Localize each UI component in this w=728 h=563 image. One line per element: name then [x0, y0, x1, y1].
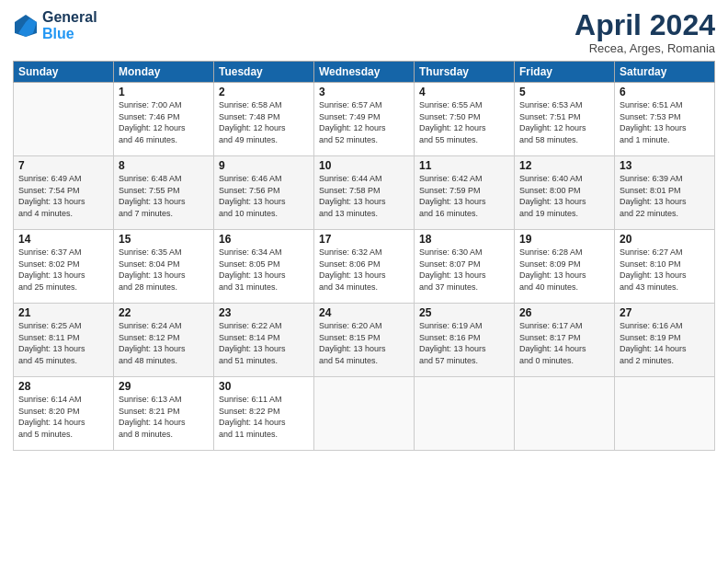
day-detail: Sunrise: 6:32 AM Sunset: 8:06 PM Dayligh…: [319, 247, 409, 293]
day-detail: Sunrise: 6:37 AM Sunset: 8:02 PM Dayligh…: [18, 247, 108, 293]
day-number: 10: [319, 159, 409, 172]
day-header-friday: Friday: [515, 62, 615, 83]
calendar-cell: 26Sunrise: 6:17 AM Sunset: 8:17 PM Dayli…: [515, 304, 615, 377]
calendar-cell: 15Sunrise: 6:35 AM Sunset: 8:04 PM Dayli…: [114, 230, 214, 304]
calendar-cell: 29Sunrise: 6:13 AM Sunset: 8:21 PM Dayli…: [114, 377, 214, 451]
logo-icon: [13, 13, 39, 39]
calendar-week-5: 28Sunrise: 6:14 AM Sunset: 8:20 PM Dayli…: [14, 377, 715, 451]
day-detail: Sunrise: 6:28 AM Sunset: 8:09 PM Dayligh…: [519, 247, 609, 293]
day-number: 23: [219, 306, 309, 319]
day-detail: Sunrise: 6:19 AM Sunset: 8:16 PM Dayligh…: [419, 320, 509, 366]
day-number: 3: [319, 86, 409, 98]
calendar-cell: 3Sunrise: 6:57 AM Sunset: 7:49 PM Daylig…: [314, 83, 415, 156]
calendar-cell: 14Sunrise: 6:37 AM Sunset: 8:02 PM Dayli…: [14, 230, 114, 304]
day-detail: Sunrise: 7:00 AM Sunset: 7:46 PM Dayligh…: [119, 99, 209, 145]
calendar-cell: 1Sunrise: 7:00 AM Sunset: 7:46 PM Daylig…: [114, 83, 214, 156]
calendar-cell: 13Sunrise: 6:39 AM Sunset: 8:01 PM Dayli…: [615, 156, 715, 230]
day-header-monday: Monday: [114, 62, 214, 83]
day-header-sunday: Sunday: [14, 62, 114, 83]
day-header-thursday: Thursday: [415, 62, 515, 83]
calendar-cell: 22Sunrise: 6:24 AM Sunset: 8:12 PM Dayli…: [114, 304, 214, 377]
logo-text: General Blue: [42, 9, 97, 41]
day-number: 26: [519, 306, 609, 319]
day-detail: Sunrise: 6:35 AM Sunset: 8:04 PM Dayligh…: [119, 247, 209, 293]
calendar-cell: [515, 377, 615, 451]
day-number: 22: [119, 306, 209, 319]
day-detail: Sunrise: 6:20 AM Sunset: 8:15 PM Dayligh…: [319, 320, 409, 366]
calendar-cell: 5Sunrise: 6:53 AM Sunset: 7:51 PM Daylig…: [515, 83, 615, 156]
calendar-cell: [615, 377, 715, 451]
day-number: 1: [119, 86, 209, 98]
day-detail: Sunrise: 6:49 AM Sunset: 7:54 PM Dayligh…: [18, 173, 108, 219]
calendar-cell: 17Sunrise: 6:32 AM Sunset: 8:06 PM Dayli…: [314, 230, 415, 304]
calendar-cell: [415, 377, 515, 451]
calendar-week-3: 14Sunrise: 6:37 AM Sunset: 8:02 PM Dayli…: [14, 230, 715, 304]
day-detail: Sunrise: 6:27 AM Sunset: 8:10 PM Dayligh…: [620, 247, 710, 293]
day-number: 16: [219, 233, 309, 246]
calendar-cell: 20Sunrise: 6:27 AM Sunset: 8:10 PM Dayli…: [615, 230, 715, 304]
day-number: 25: [419, 306, 509, 319]
calendar-week-4: 21Sunrise: 6:25 AM Sunset: 8:11 PM Dayli…: [14, 304, 715, 377]
day-number: 13: [620, 159, 710, 172]
calendar-cell: 18Sunrise: 6:30 AM Sunset: 8:07 PM Dayli…: [415, 230, 515, 304]
calendar-cell: 9Sunrise: 6:46 AM Sunset: 7:56 PM Daylig…: [214, 156, 314, 230]
day-header-saturday: Saturday: [615, 62, 715, 83]
calendar-cell: 21Sunrise: 6:25 AM Sunset: 8:11 PM Dayli…: [14, 304, 114, 377]
logo: General Blue: [13, 9, 97, 41]
calendar-cell: 10Sunrise: 6:44 AM Sunset: 7:58 PM Dayli…: [314, 156, 415, 230]
calendar-cell: 27Sunrise: 6:16 AM Sunset: 8:19 PM Dayli…: [615, 304, 715, 377]
title-block: April 2024 Recea, Arges, Romania: [574, 9, 715, 55]
day-detail: Sunrise: 6:57 AM Sunset: 7:49 PM Dayligh…: [319, 99, 409, 145]
calendar-cell: 23Sunrise: 6:22 AM Sunset: 8:14 PM Dayli…: [214, 304, 314, 377]
day-number: 14: [18, 233, 108, 246]
day-number: 18: [419, 233, 509, 246]
day-number: 5: [519, 86, 609, 98]
day-number: 4: [419, 86, 509, 98]
day-detail: Sunrise: 6:16 AM Sunset: 8:19 PM Dayligh…: [620, 320, 710, 366]
calendar-header-row: SundayMondayTuesdayWednesdayThursdayFrid…: [14, 62, 715, 83]
day-detail: Sunrise: 6:14 AM Sunset: 8:20 PM Dayligh…: [18, 394, 108, 440]
calendar-cell: 25Sunrise: 6:19 AM Sunset: 8:16 PM Dayli…: [415, 304, 515, 377]
day-detail: Sunrise: 6:34 AM Sunset: 8:05 PM Dayligh…: [219, 247, 309, 293]
day-detail: Sunrise: 6:24 AM Sunset: 8:12 PM Dayligh…: [119, 320, 209, 366]
day-detail: Sunrise: 6:46 AM Sunset: 7:56 PM Dayligh…: [219, 173, 309, 219]
day-detail: Sunrise: 6:53 AM Sunset: 7:51 PM Dayligh…: [519, 99, 609, 145]
calendar-cell: 6Sunrise: 6:51 AM Sunset: 7:53 PM Daylig…: [615, 83, 715, 156]
location-subtitle: Recea, Arges, Romania: [574, 41, 715, 55]
day-detail: Sunrise: 6:30 AM Sunset: 8:07 PM Dayligh…: [419, 247, 509, 293]
calendar-cell: 24Sunrise: 6:20 AM Sunset: 8:15 PM Dayli…: [314, 304, 415, 377]
calendar-table: SundayMondayTuesdayWednesdayThursdayFrid…: [13, 61, 715, 451]
calendar-cell: 4Sunrise: 6:55 AM Sunset: 7:50 PM Daylig…: [415, 83, 515, 156]
day-number: 27: [620, 306, 710, 319]
page: General Blue April 2024 Recea, Arges, Ro…: [0, 0, 728, 563]
day-number: 11: [419, 159, 509, 172]
day-detail: Sunrise: 6:55 AM Sunset: 7:50 PM Dayligh…: [419, 99, 509, 145]
day-number: 9: [219, 159, 309, 172]
day-number: 8: [119, 159, 209, 172]
day-number: 24: [319, 306, 409, 319]
calendar-cell: [14, 83, 114, 156]
day-number: 30: [219, 380, 309, 393]
day-detail: Sunrise: 6:22 AM Sunset: 8:14 PM Dayligh…: [219, 320, 309, 366]
day-number: 7: [18, 159, 108, 172]
day-header-wednesday: Wednesday: [314, 62, 415, 83]
day-number: 12: [519, 159, 609, 172]
calendar-cell: 8Sunrise: 6:48 AM Sunset: 7:55 PM Daylig…: [114, 156, 214, 230]
day-number: 6: [620, 86, 710, 98]
calendar-cell: 12Sunrise: 6:40 AM Sunset: 8:00 PM Dayli…: [515, 156, 615, 230]
header: General Blue April 2024 Recea, Arges, Ro…: [13, 9, 715, 55]
day-number: 28: [18, 380, 108, 393]
day-detail: Sunrise: 6:44 AM Sunset: 7:58 PM Dayligh…: [319, 173, 409, 219]
calendar-cell: 16Sunrise: 6:34 AM Sunset: 8:05 PM Dayli…: [214, 230, 314, 304]
day-header-tuesday: Tuesday: [214, 62, 314, 83]
day-detail: Sunrise: 6:11 AM Sunset: 8:22 PM Dayligh…: [219, 394, 309, 440]
day-number: 17: [319, 233, 409, 246]
day-number: 15: [119, 233, 209, 246]
day-number: 29: [119, 380, 209, 393]
day-number: 2: [219, 86, 309, 98]
month-title: April 2024: [574, 9, 715, 41]
calendar-cell: 2Sunrise: 6:58 AM Sunset: 7:48 PM Daylig…: [214, 83, 314, 156]
calendar-cell: [314, 377, 415, 451]
day-detail: Sunrise: 6:58 AM Sunset: 7:48 PM Dayligh…: [219, 99, 309, 145]
calendar-week-1: 1Sunrise: 7:00 AM Sunset: 7:46 PM Daylig…: [14, 83, 715, 156]
